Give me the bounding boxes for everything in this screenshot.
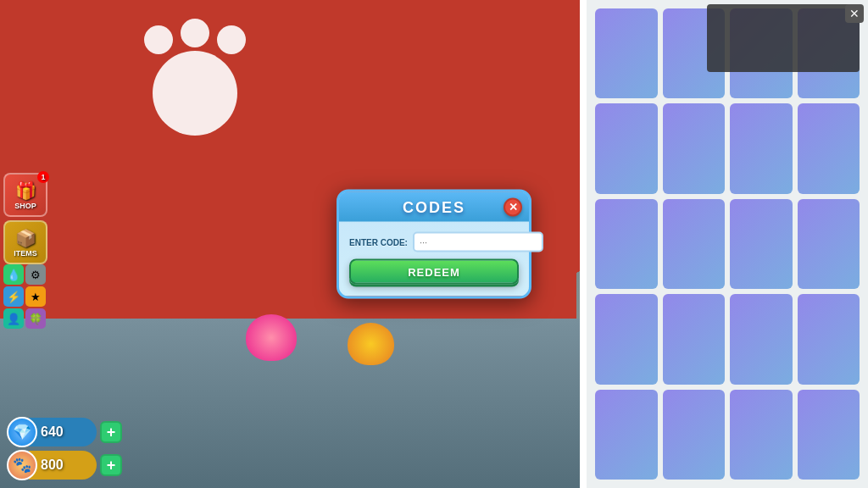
paw-amount: 800	[29, 451, 97, 480]
icon-person-button[interactable]: 👤	[3, 308, 24, 329]
small-icons-panel: 💧 ⚙ ⚡ ★ 👤 🍀	[3, 264, 46, 329]
shop-icon: 🎁	[15, 180, 36, 201]
paw-currency-bar: 🐾 800 +	[7, 451, 122, 480]
code-input-field[interactable]	[413, 232, 543, 252]
sidebar-shop-label: SHOP	[14, 202, 36, 210]
sidebar-items-label: ITEMS	[14, 249, 37, 258]
diamond-add-button[interactable]: +	[100, 421, 122, 443]
enter-code-label: ENTER CODE:	[349, 237, 408, 247]
paw-icon: 🐾	[7, 450, 37, 480]
codes-modal: CODES ✕ ENTER CODE: REDEEM	[337, 190, 531, 299]
items-icon: 📦	[15, 228, 36, 248]
red-wall	[0, 0, 576, 356]
codes-title: CODES	[403, 199, 465, 217]
pink-pet	[246, 314, 297, 361]
icon-lightning-button[interactable]: ⚡	[3, 286, 24, 307]
icon-clover-button[interactable]: 🍀	[25, 308, 46, 329]
top-right-panel	[707, 4, 860, 72]
sidebar: 🎁 SHOP 1 📦 ITEMS	[0, 169, 51, 268]
icon-green-button[interactable]: 💧	[3, 264, 24, 285]
paw-add-button[interactable]: +	[100, 454, 122, 476]
codes-body: ENTER CODE: REDEEM	[339, 222, 529, 285]
redeem-button[interactable]: REDEEM	[349, 259, 519, 285]
codes-close-button[interactable]: ✕	[504, 197, 522, 216]
codes-title-bar: CODES ✕	[339, 192, 529, 222]
code-input-row: ENTER CODE:	[349, 232, 519, 252]
paw-print-decoration	[153, 51, 237, 110]
shop-notification-badge: 1	[37, 171, 49, 183]
sidebar-item-items[interactable]: 📦 ITEMS	[3, 220, 47, 264]
diamond-currency-bar: 💎 640 +	[7, 418, 122, 446]
icon-gear-button[interactable]: ⚙	[25, 264, 46, 285]
yellow-pet	[348, 323, 394, 365]
diamond-icon: 💎	[7, 417, 37, 447]
diamond-amount: 640	[29, 418, 97, 446]
right-wall-grid	[580, 0, 868, 488]
roblox-close-button[interactable]: ✕	[845, 4, 864, 23]
sidebar-item-shop[interactable]: 🎁 SHOP 1	[3, 173, 47, 217]
currency-bars: 💎 640 + 🐾 800 +	[7, 418, 122, 480]
icon-star-button[interactable]: ★	[25, 286, 46, 307]
